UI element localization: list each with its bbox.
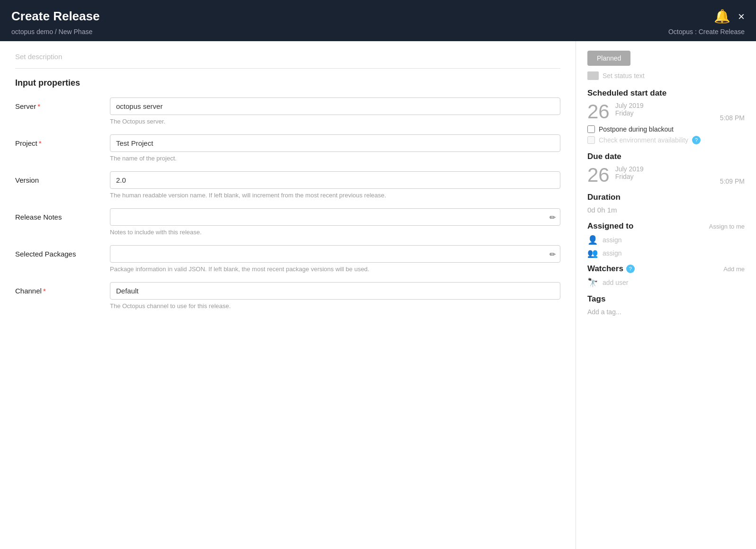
status-text-placeholder[interactable]: Set status text: [603, 72, 645, 80]
add-me-button[interactable]: Add me: [723, 266, 745, 273]
field-release-notes: Release Notes ✏ Notes to include with th…: [15, 208, 560, 236]
field-content-channel: The Octopus channel to use for this rele…: [110, 282, 560, 310]
field-content-project: The name of the project.: [110, 134, 560, 162]
due-date-day: 26: [587, 165, 610, 185]
channel-input[interactable]: [110, 282, 560, 300]
tags-section: Tags Add a tag...: [587, 294, 745, 316]
assignee-row-2[interactable]: 👥 assign: [587, 248, 745, 258]
server-input[interactable]: [110, 97, 560, 115]
duration-title: Duration: [587, 193, 745, 202]
field-project: Project* The name of the project.: [15, 134, 560, 162]
content-area: Set description Input properties Server*…: [0, 41, 756, 549]
scheduled-start-details: July 2019 Friday: [615, 102, 644, 117]
assignee-label-1: assign: [603, 236, 621, 244]
field-label-project: Project*: [15, 134, 110, 147]
scheduled-start-title: Scheduled start date: [587, 89, 745, 98]
field-label-server: Server*: [15, 97, 110, 110]
watchers-title: Watchers: [587, 264, 623, 274]
check-env-row: Check environment availability ?: [587, 136, 745, 144]
release-notes-input[interactable]: [110, 208, 560, 226]
modal-title: Create Release: [11, 9, 99, 24]
field-content-version: The human readable version name. If left…: [110, 171, 560, 199]
assignee-row-1[interactable]: 👤 assign: [587, 235, 745, 245]
postpone-row: Postpone during blackout: [587, 125, 745, 133]
version-input[interactable]: [110, 171, 560, 189]
project-input[interactable]: [110, 134, 560, 152]
packages-hint: Package information in valid JSON. If le…: [110, 266, 560, 273]
scheduled-start-weekday: Friday: [615, 109, 644, 117]
modal-container: Create Release 🔔 × octopus demo / New Ph…: [0, 0, 756, 549]
field-selected-packages: Selected Packages ✏ Package information …: [15, 245, 560, 273]
field-channel: Channel* The Octopus channel to use for …: [15, 282, 560, 310]
due-date-title: Due date: [587, 152, 745, 161]
tags-title: Tags: [587, 294, 745, 304]
field-version: Version The human readable version name.…: [15, 171, 560, 199]
scheduled-start-time: 5:08 PM: [720, 114, 745, 122]
field-content-release-notes: ✏ Notes to include with this release.: [110, 208, 560, 236]
watchers-header: Watchers ? Add me: [587, 264, 745, 274]
breadcrumb: octopus demo / New Phase Octopus : Creat…: [11, 28, 745, 35]
packages-wrapper: ✏: [110, 245, 560, 263]
set-description[interactable]: Set description: [15, 53, 560, 61]
field-label-version: Version: [15, 171, 110, 184]
release-notes-wrapper: ✏: [110, 208, 560, 226]
release-notes-hint: Notes to include with this release.: [110, 229, 560, 236]
modal-header: Create Release 🔔 × octopus demo / New Ph…: [0, 0, 756, 41]
field-label-release-notes: Release Notes: [15, 208, 110, 221]
version-hint: The human readable version name. If left…: [110, 192, 560, 199]
packages-input[interactable]: [110, 245, 560, 263]
breadcrumb-left: octopus demo / New Phase: [11, 28, 92, 35]
status-text-row: Set status text: [587, 71, 745, 80]
field-server: Server* The Octopus server.: [15, 97, 560, 125]
due-date-section: Due date 26 July 2019 Friday 5:09 PM: [587, 152, 745, 185]
scheduled-start-month-year: July 2019: [615, 102, 644, 109]
due-date-block: 26 July 2019 Friday 5:09 PM: [587, 165, 745, 185]
due-date-time: 5:09 PM: [720, 177, 745, 185]
postpone-label: Postpone during blackout: [599, 125, 674, 133]
watchers-help-icon[interactable]: ?: [626, 265, 635, 273]
person-icon-2: 👥: [587, 248, 598, 258]
scheduled-start-date-block: 26 July 2019 Friday 5:08 PM: [587, 102, 745, 122]
check-env-label: Check environment availability: [599, 136, 688, 144]
main-panel: Set description Input properties Server*…: [0, 41, 576, 549]
field-label-packages: Selected Packages: [15, 245, 110, 258]
postpone-checkbox[interactable]: [587, 125, 595, 133]
server-hint: The Octopus server.: [110, 118, 560, 125]
assignee-label-2: assign: [603, 249, 621, 257]
release-notes-edit-button[interactable]: ✏: [549, 213, 556, 221]
add-tag-button[interactable]: Add a tag...: [587, 308, 621, 316]
assigned-to-header: Assigned to Assign to me: [587, 221, 745, 231]
required-star-server: *: [37, 102, 40, 110]
status-button[interactable]: Planned: [587, 51, 630, 66]
close-button[interactable]: ×: [738, 10, 745, 23]
notification-icon[interactable]: 🔔: [714, 9, 730, 24]
required-star-channel: *: [43, 287, 46, 295]
flag-icon: [587, 71, 599, 80]
project-hint: The name of the project.: [110, 155, 560, 162]
check-env-help-icon[interactable]: ?: [692, 136, 701, 144]
watcher-row[interactable]: 🔭 add user: [587, 277, 745, 288]
scheduled-start-day: 26: [587, 102, 610, 122]
check-env-checkbox[interactable]: [587, 136, 595, 144]
required-star-project: *: [39, 139, 42, 147]
assigned-to-title: Assigned to: [587, 221, 633, 231]
section-title: Input properties: [15, 78, 560, 88]
breadcrumb-right: Octopus : Create Release: [668, 28, 745, 35]
binoculars-icon: 🔭: [587, 277, 598, 288]
divider: [15, 68, 560, 69]
packages-edit-button[interactable]: ✏: [549, 249, 556, 258]
person-icon-1: 👤: [587, 235, 598, 245]
field-label-channel: Channel*: [15, 282, 110, 295]
side-panel: Planned Set status text Scheduled start …: [576, 41, 756, 549]
due-date-details: July 2019 Friday: [615, 165, 644, 180]
field-content-packages: ✏ Package information in valid JSON. If …: [110, 245, 560, 273]
due-date-weekday: Friday: [615, 173, 644, 180]
header-icons: 🔔 ×: [714, 9, 745, 24]
channel-hint: The Octopus channel to use for this rele…: [110, 302, 560, 310]
duration-value: 0d 0h 1m: [587, 206, 745, 214]
assign-to-me-button[interactable]: Assign to me: [709, 223, 745, 230]
field-content-server: The Octopus server.: [110, 97, 560, 125]
add-user-label: add user: [603, 279, 628, 286]
due-date-month-year: July 2019: [615, 165, 644, 173]
